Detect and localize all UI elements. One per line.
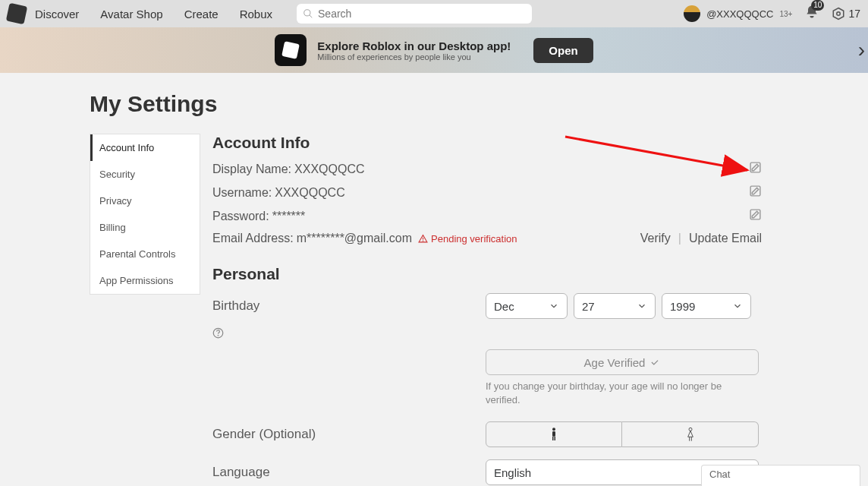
birthday-month-select[interactable]: Dec	[486, 293, 568, 319]
username-row: Username: XXXQQQCC	[212, 185, 762, 200]
birthday-label: Birthday	[212, 298, 486, 314]
age-change-note: If you change your birthday, your age wi…	[486, 380, 759, 407]
check-icon	[649, 357, 660, 368]
robux-icon	[832, 7, 845, 21]
settings-sidebar: Account Info Security Privacy Billing Pa…	[90, 134, 200, 295]
top-navigation: Discover Avatar Shop Create Robux @XXXQQ…	[0, 0, 868, 27]
edit-username-button[interactable]	[749, 185, 762, 200]
roblox-logo-icon[interactable]	[6, 3, 27, 24]
personal-heading: Personal	[212, 265, 762, 283]
settings-main: Account Info Display Name: XXXQQQCC User…	[200, 134, 762, 486]
desktop-app-banner: Explore Roblox in our Desktop app! Milli…	[0, 27, 868, 73]
username-value: XXXQQQCC	[275, 186, 344, 200]
sidebar-item-account-info[interactable]: Account Info	[90, 134, 200, 161]
sidebar-item-app-permissions[interactable]: App Permissions	[90, 267, 200, 294]
male-icon	[548, 427, 560, 442]
svg-marker-2	[834, 8, 844, 20]
password-row: Password: *******	[212, 208, 762, 224]
gender-label: Gender (Optional)	[212, 427, 486, 442]
nav-create[interactable]: Create	[184, 8, 219, 21]
password-value: *******	[272, 210, 306, 223]
password-label: Password:	[212, 210, 269, 223]
banner-title: Explore Roblox in our Desktop app!	[317, 39, 511, 52]
warning-icon	[418, 234, 428, 244]
username-label: @XXXQQQCC	[706, 8, 773, 20]
email-label: Email Address:	[212, 232, 294, 245]
search-box[interactable]	[297, 4, 532, 24]
birthday-help[interactable]	[212, 327, 762, 342]
svg-line-1	[310, 15, 313, 18]
chat-tab[interactable]: Chat	[701, 465, 860, 486]
search-icon	[303, 8, 313, 19]
display-name-label: Display Name:	[212, 163, 291, 176]
chevron-down-icon	[549, 301, 559, 311]
age-verified-button[interactable]: Age Verified	[486, 349, 759, 375]
chevron-down-icon	[732, 301, 743, 311]
robux-balance[interactable]: 17	[832, 7, 860, 21]
svg-point-11	[552, 428, 555, 431]
svg-point-10	[218, 335, 219, 336]
banner-subtitle: Millions of experiences by people like y…	[317, 52, 511, 62]
divider: |	[678, 232, 681, 245]
sidebar-item-parental-controls[interactable]: Parental Controls	[90, 241, 200, 267]
svg-point-3	[837, 12, 841, 16]
nav-discover[interactable]: Discover	[35, 8, 79, 21]
svg-rect-12	[552, 431, 555, 437]
chevron-down-icon	[637, 301, 647, 311]
display-name-value: XXXQQQCC	[294, 163, 364, 176]
pencil-icon	[749, 185, 762, 197]
edit-display-name-button[interactable]	[749, 161, 762, 177]
display-name-row: Display Name: XXXQQQCC	[212, 161, 762, 177]
gender-female-button[interactable]	[622, 421, 759, 447]
open-app-button[interactable]: Open	[533, 38, 593, 63]
gender-row: Gender (Optional)	[212, 421, 762, 448]
sidebar-item-security[interactable]: Security	[90, 161, 200, 188]
robux-amount: 17	[848, 8, 860, 20]
nav-avatar-shop[interactable]: Avatar Shop	[100, 8, 162, 21]
sidebar-item-privacy[interactable]: Privacy	[90, 188, 200, 214]
app-icon	[275, 34, 307, 66]
gender-male-button[interactable]	[486, 421, 622, 447]
pending-verification-badge: Pending verification	[418, 233, 517, 245]
birthday-year-select[interactable]: 1999	[662, 293, 751, 319]
avatar-icon	[684, 5, 700, 22]
svg-rect-14	[555, 437, 555, 440]
language-label: Language	[212, 465, 486, 480]
birthday-row: Birthday Dec 27 1999	[212, 292, 762, 320]
account-info-heading: Account Info	[212, 134, 762, 152]
banner-next-icon[interactable]: ›	[858, 38, 865, 62]
search-input[interactable]	[318, 8, 526, 20]
verify-email-link[interactable]: Verify	[640, 232, 671, 245]
birthday-day-select[interactable]: 27	[574, 293, 656, 319]
sidebar-item-billing[interactable]: Billing	[90, 214, 200, 241]
notifications-button[interactable]: 10	[804, 5, 819, 23]
user-area[interactable]: @XXXQQQCC 13+ 10 17	[684, 5, 860, 23]
username-label: Username:	[212, 186, 272, 200]
edit-password-button[interactable]	[749, 208, 762, 224]
pencil-icon	[749, 161, 762, 174]
nav-robux[interactable]: Robux	[240, 8, 272, 21]
help-icon	[212, 327, 224, 339]
svg-rect-13	[552, 437, 553, 440]
email-value: m********@gmail.com	[297, 232, 412, 245]
svg-point-0	[304, 10, 310, 16]
email-row: Email Address: m********@gmail.com Pendi…	[212, 232, 762, 245]
page-title: My Settings	[90, 91, 868, 117]
svg-point-8	[423, 240, 423, 241]
female-icon	[684, 427, 697, 442]
update-email-link[interactable]: Update Email	[689, 232, 762, 245]
notification-badge: 10	[811, 0, 824, 11]
language-row: Language English	[212, 459, 762, 486]
pencil-icon	[749, 208, 762, 221]
age-tag: 13+	[779, 10, 792, 18]
